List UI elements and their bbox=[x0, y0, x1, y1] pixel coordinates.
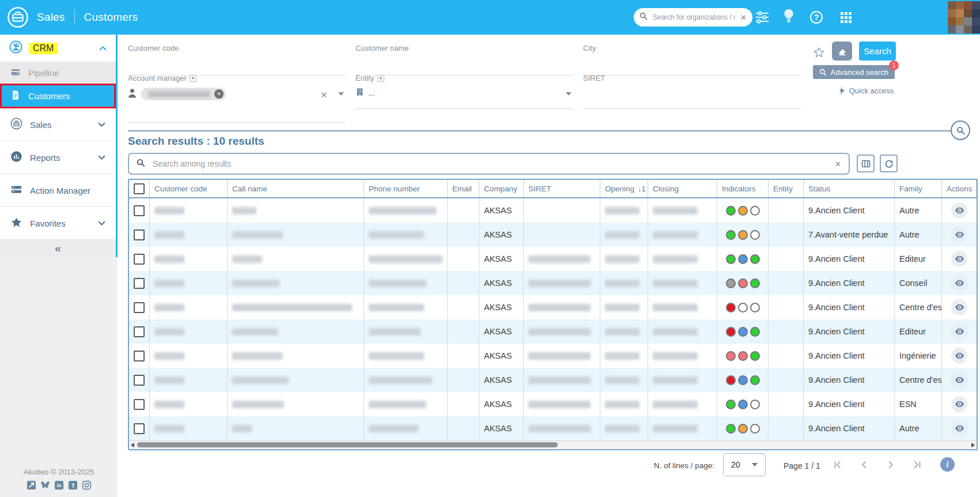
row-checkbox[interactable] bbox=[134, 399, 145, 410]
column-header-status[interactable]: Status bbox=[804, 180, 895, 197]
table-row[interactable]: AKSAS9.Ancien ClientCentre d'es bbox=[129, 368, 977, 392]
row-checkbox[interactable] bbox=[134, 205, 145, 216]
city-input[interactable] bbox=[583, 75, 801, 76]
column-header-opening[interactable]: Opening↓1 bbox=[600, 180, 648, 197]
dropdown-caret-icon[interactable] bbox=[338, 92, 344, 96]
results-filter-input[interactable] bbox=[152, 159, 828, 169]
info-button[interactable]: i bbox=[940, 457, 955, 472]
scroll-right-icon[interactable] bbox=[971, 443, 975, 447]
clear-search-icon[interactable]: ✕ bbox=[740, 14, 747, 21]
view-row-button[interactable] bbox=[951, 372, 967, 388]
global-search-input[interactable] bbox=[652, 13, 736, 22]
first-page-button[interactable] bbox=[832, 459, 843, 470]
help-icon[interactable]: ? bbox=[809, 10, 824, 25]
sidebar-item-favorites[interactable]: Favorites bbox=[0, 207, 116, 240]
remove-chip-icon[interactable]: ✕ bbox=[214, 89, 224, 99]
clear-filters-button[interactable] bbox=[832, 42, 852, 61]
instagram-icon[interactable] bbox=[82, 480, 92, 492]
search-button[interactable]: Search bbox=[859, 42, 896, 61]
column-header-entity[interactable]: Entity bbox=[769, 180, 804, 197]
column-settings-button[interactable] bbox=[857, 155, 875, 172]
account-manager-field[interactable]: ✕ bbox=[128, 88, 226, 100]
column-header-customer-code[interactable]: Customer code bbox=[150, 180, 228, 197]
view-row-button[interactable] bbox=[951, 202, 967, 219]
next-page-button[interactable] bbox=[885, 459, 896, 470]
select-all-checkbox[interactable] bbox=[134, 183, 145, 194]
row-checkbox[interactable] bbox=[134, 302, 145, 313]
view-row-button[interactable] bbox=[951, 420, 967, 436]
lightbulb-icon[interactable] bbox=[781, 9, 796, 24]
bluesky-icon[interactable] bbox=[40, 480, 50, 492]
advanced-search-button[interactable]: Advanced search 1 bbox=[813, 65, 895, 79]
customer-name-input[interactable] bbox=[355, 75, 573, 76]
view-row-button[interactable] bbox=[951, 251, 967, 267]
scrollbar-thumb[interactable] bbox=[137, 442, 558, 447]
row-checkbox[interactable] bbox=[134, 254, 145, 265]
table-row[interactable]: AKSAS9.Ancien ClientEditeur bbox=[129, 319, 977, 344]
user-avatar[interactable] bbox=[948, 1, 980, 33]
facebook-icon[interactable]: f bbox=[68, 480, 78, 492]
collapse-search-icon[interactable] bbox=[951, 121, 970, 140]
settings-sliders-icon[interactable] bbox=[755, 10, 770, 25]
view-row-button[interactable] bbox=[951, 275, 967, 291]
siret-input[interactable] bbox=[583, 108, 801, 109]
row-checkbox[interactable] bbox=[134, 423, 145, 434]
row-checkbox[interactable] bbox=[134, 229, 145, 240]
quick-access-link[interactable]: Quick access bbox=[839, 86, 894, 95]
global-search[interactable]: ✕ bbox=[634, 8, 752, 27]
sidebar-item-action-manager[interactable]: Action Manager bbox=[0, 174, 116, 207]
sidebar-collapse-button[interactable]: « bbox=[0, 240, 116, 257]
linkedin-icon[interactable]: in bbox=[54, 480, 64, 492]
row-checkbox[interactable] bbox=[134, 278, 145, 289]
results-filter[interactable]: ✕ bbox=[128, 153, 850, 175]
table-row[interactable]: AKSAS9.Ancien ClientAutre bbox=[129, 416, 977, 440]
account-manager-chip[interactable]: ✕ bbox=[141, 88, 226, 100]
row-checkbox[interactable] bbox=[134, 326, 145, 337]
last-page-button[interactable] bbox=[911, 459, 923, 470]
row-checkbox[interactable] bbox=[134, 375, 145, 386]
lines-per-page-select[interactable]: 20 bbox=[723, 453, 766, 476]
view-row-button[interactable] bbox=[951, 396, 967, 412]
column-header-phone-number[interactable]: Phone number bbox=[364, 180, 448, 197]
dropdown-caret-icon[interactable] bbox=[566, 92, 572, 96]
view-row-button[interactable] bbox=[951, 227, 967, 243]
sidebar-item-reports[interactable]: Reports bbox=[0, 141, 116, 174]
sidebar-section-crm[interactable]: CRM bbox=[0, 35, 116, 62]
table-row[interactable]: AKSAS9.Ancien ClientEditeur bbox=[129, 247, 977, 271]
column-header-siret[interactable]: SIRET bbox=[524, 180, 600, 197]
table-row[interactable]: AKSAS9.Ancien ClientESN bbox=[129, 392, 977, 416]
view-row-button[interactable] bbox=[951, 299, 967, 315]
table-row[interactable]: AKSAS7.Avant-vente perdueAutre bbox=[129, 223, 977, 247]
sidebar-item-pipeline[interactable]: Pipeline bbox=[0, 62, 116, 84]
column-header-actions[interactable]: Actions bbox=[942, 180, 977, 197]
column-header-family[interactable]: Family bbox=[895, 180, 942, 197]
table-row[interactable]: AKSAS9.Ancien ClientConseil bbox=[129, 271, 977, 295]
table-row[interactable]: AKSAS9.Ancien ClientCentre d'es bbox=[129, 295, 977, 319]
table-row[interactable]: AKSAS9.Ancien ClientIngénierie bbox=[129, 344, 977, 368]
column-header-email[interactable]: Email bbox=[448, 180, 479, 197]
view-row-button[interactable] bbox=[951, 323, 967, 340]
scroll-left-icon[interactable] bbox=[131, 443, 134, 447]
entity-field[interactable]: ... bbox=[355, 88, 375, 98]
favorite-search-icon[interactable] bbox=[812, 46, 826, 62]
field-options-icon[interactable] bbox=[190, 75, 196, 82]
column-header-call-name[interactable]: Call name bbox=[228, 180, 364, 197]
refresh-button[interactable] bbox=[880, 155, 898, 172]
apps-grid-icon[interactable] bbox=[838, 10, 853, 25]
clear-filter-icon[interactable]: ✕ bbox=[835, 160, 841, 168]
view-row-button[interactable] bbox=[951, 348, 967, 364]
table-cell bbox=[228, 416, 364, 440]
sidebar-item-sales[interactable]: Sales bbox=[0, 108, 116, 141]
row-checkbox[interactable] bbox=[134, 351, 145, 362]
chevron-up-icon[interactable] bbox=[99, 46, 107, 51]
sidebar-item-customers[interactable]: Customers bbox=[0, 84, 116, 108]
table-row[interactable]: AKSAS9.Ancien ClientAutre bbox=[129, 198, 977, 223]
column-header-company[interactable]: Company bbox=[479, 180, 524, 197]
previous-page-button[interactable] bbox=[858, 459, 870, 470]
horizontal-scrollbar[interactable] bbox=[129, 440, 977, 449]
website-link-icon[interactable] bbox=[27, 480, 36, 492]
column-header-indicators[interactable]: Indicators bbox=[717, 180, 769, 197]
field-options-icon[interactable] bbox=[377, 75, 384, 82]
column-header-closing[interactable]: Closing bbox=[648, 180, 717, 197]
clear-field-icon[interactable]: ✕ bbox=[320, 91, 328, 99]
